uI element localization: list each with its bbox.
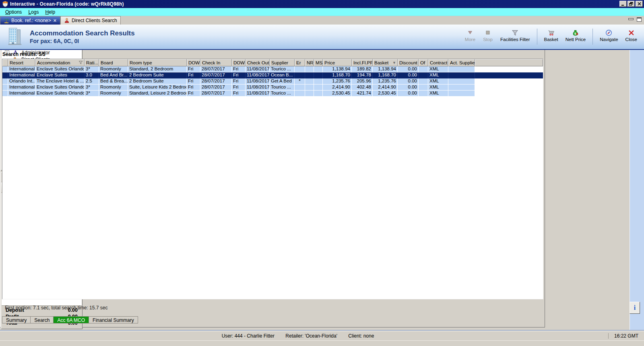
page-header: Accommodation Search Results For pax: 6A…: [0, 25, 644, 50]
cell-resort: International...: [8, 91, 35, 97]
minimize-main-panel-icon[interactable]: [628, 18, 634, 20]
tab-book-ref-none[interactable]: Book. ref.: <none>✕: [0, 16, 60, 25]
cell-er: [295, 91, 305, 97]
cell-accommodation: The Enclave Hotel & ...: [35, 78, 85, 84]
close-tab-icon[interactable]: ✕: [53, 18, 57, 23]
column-header-label: DOW: [188, 60, 200, 65]
app-window: Interactive - Ocean-Florida (code: wQrRk…: [0, 0, 644, 346]
close-window-button[interactable]: [636, 1, 643, 7]
cell-contract: XML: [428, 84, 448, 91]
cell-supplier: Tourico ...: [270, 91, 295, 97]
cell-rati: 3*: [85, 91, 99, 97]
toolbar-separator: [592, 29, 593, 45]
bottom-tab-search[interactable]: Search: [31, 316, 54, 323]
window-bottom-edge: [0, 340, 644, 346]
column-header-price[interactable]: Price: [323, 59, 352, 66]
document-tab-strip: Book. ref.: <none>✕Direct Clients Search: [0, 16, 644, 25]
cell-incl-fl-pp: 189.82: [352, 66, 373, 72]
column-header-label: Board: [101, 60, 113, 65]
cell-check-in: 28/07/2017: [200, 84, 232, 91]
basket-button[interactable]: Basket: [541, 28, 561, 43]
column-header-basket[interactable]: Basket▼: [373, 59, 398, 66]
cell-check-out: 11/08/2017: [246, 91, 270, 97]
navigate-button[interactable]: Navigate: [597, 28, 621, 43]
column-header-of[interactable]: Of: [419, 59, 428, 66]
status-clock: 16:22 GMT: [608, 333, 638, 339]
cell-er: [295, 84, 305, 91]
cell-act-supplier: [448, 66, 475, 72]
bottom-tab-financial-summary[interactable]: Financial Summary: [89, 316, 138, 323]
column-header-contract[interactable]: Contract: [428, 59, 448, 66]
grid-header-filler: [475, 59, 543, 66]
cell-discount: 0.00: [398, 66, 419, 72]
app-shield-icon: [2, 1, 8, 7]
cell-act-supplier: [448, 72, 475, 78]
column-header-room-type[interactable]: Room type: [128, 59, 187, 66]
cell-room-type: Suite, Leisure Kids 2 Bedroom: [128, 84, 187, 91]
toolbar-button-label: Stop: [483, 37, 493, 42]
column-header-rati[interactable]: Rati...: [85, 59, 99, 66]
cell-supplier: Ocean B...: [270, 72, 295, 78]
cell-supplier: Tourico ...: [270, 66, 295, 72]
column-header-accommodation[interactable]: Accommodation: [35, 59, 85, 66]
column-header-act-supplier[interactable]: Act. Supplier: [448, 59, 475, 66]
filter-icon[interactable]: [78, 60, 83, 66]
toolbar-button-label: Close: [625, 37, 637, 42]
result-row[interactable]: International...Enclave Suites3.0Bed And…: [2, 72, 543, 78]
cell-rati: 2.5: [85, 78, 99, 84]
more-icon: [467, 29, 473, 36]
column-header-dow[interactable]: DOW: [187, 59, 200, 66]
column-header-resort[interactable]: Resort: [8, 59, 35, 66]
menu-item-help[interactable]: Help: [42, 8, 58, 16]
column-header-incl-fl-pp[interactable]: Incl.Fl.PP: [352, 59, 373, 66]
results-grid-header: ResortAccommodationRati...BoardRoom type…: [2, 59, 543, 66]
toolbar-button-label: Nett Price: [566, 37, 586, 42]
minimize-window-button[interactable]: [619, 1, 627, 7]
cell-dow: Fri: [187, 84, 200, 91]
bottom-tab-summary[interactable]: Summary: [2, 316, 31, 323]
row-filler: [475, 66, 543, 72]
cell-room-type: Standard, 2 Bedroom: [128, 66, 187, 72]
cell-ms: [314, 72, 323, 78]
column-header-check-in[interactable]: Check In: [200, 59, 232, 66]
cell-nr: [305, 78, 314, 84]
page-subtitle: For pax: 6A, 0C, 0I: [30, 37, 135, 45]
info-button[interactable]: i: [630, 302, 640, 314]
cell-price: 1,168.70: [323, 72, 352, 78]
column-header-discount[interactable]: Discount: [398, 59, 419, 66]
header-toolbar: MoreStopFacilities FilterBasket$Nett Pri…: [462, 28, 640, 45]
close-button[interactable]: Close: [623, 28, 640, 43]
facilities-filter-button[interactable]: Facilities Filter: [497, 28, 533, 43]
maximize-main-panel-icon[interactable]: [637, 17, 642, 22]
cell-contract: XML: [428, 66, 448, 72]
cell-incl-fl-pp: 194.78: [352, 72, 373, 78]
menu-item-logs[interactable]: Logs: [25, 8, 41, 16]
tab-direct-clients-search[interactable]: Direct Clients Search: [60, 16, 121, 25]
result-row[interactable]: Orlando Int...The Enclave Hotel & ...2.5…: [2, 78, 543, 84]
column-header-er[interactable]: Er: [295, 59, 305, 66]
cell-dow: Fri: [187, 91, 200, 97]
column-header-supplier[interactable]: Supplier: [270, 59, 295, 66]
cell-nr: [305, 84, 314, 91]
cell-dow: Fri: [232, 66, 246, 72]
cell-basket: 1,138.94: [373, 66, 398, 72]
menu-item-options[interactable]: Options: [2, 8, 25, 16]
cell-check-in: 28/07/2017: [200, 91, 232, 97]
cell-er: [295, 72, 305, 78]
column-header-label: Basket: [374, 60, 388, 65]
column-header-nr[interactable]: NR: [305, 59, 314, 66]
result-row[interactable]: International...Enclave Suites Orlando3*…: [2, 84, 543, 91]
close-icon: [628, 29, 634, 36]
restore-window-button[interactable]: [627, 1, 635, 7]
nett-price-button[interactable]: $Nett Price: [563, 28, 589, 43]
column-header-check-out[interactable]: Check Out: [246, 59, 270, 66]
column-header-label: Room type: [130, 60, 152, 65]
basket-icon: [548, 29, 555, 36]
column-header-ms[interactable]: MS: [314, 59, 323, 66]
result-row[interactable]: International...Enclave Suites Orlando3*…: [2, 66, 543, 72]
bottom-tab-acc-6a-mco[interactable]: Acc 6A MCO: [54, 316, 89, 323]
cell-ms: [314, 66, 323, 72]
result-row[interactable]: International...Enclave Suites Orlando3*…: [2, 91, 543, 97]
column-header-board[interactable]: Board: [99, 59, 128, 66]
column-header-dow[interactable]: DOW: [232, 59, 246, 66]
